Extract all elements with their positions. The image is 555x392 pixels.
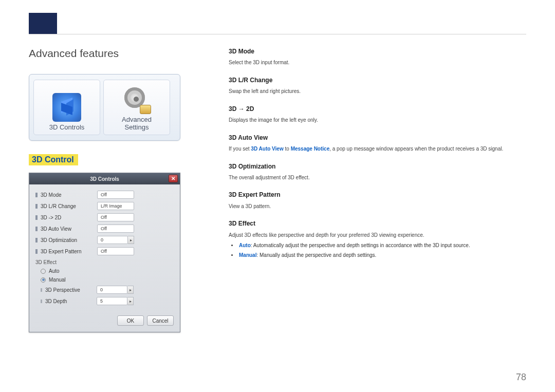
field-depth[interactable]: 5 [97, 297, 127, 305]
desc-auto-view: If you set 3D Auto View to Message Notic… [229, 145, 526, 153]
bullet-icon [35, 238, 38, 242]
heading-3d-effect: 3D Effect [229, 219, 526, 228]
tile-3d-controls[interactable]: 3D Controls [33, 80, 100, 135]
field-lr-change[interactable]: L/R Image [97, 202, 134, 210]
heading-expert-pattern: 3D Expert Pattern [229, 191, 526, 199]
subheading-3d-effect: 3D Effect [35, 259, 174, 265]
radio-auto[interactable]: Auto [41, 268, 174, 274]
tile-advanced-settings[interactable]: Advanced Settings [103, 80, 170, 135]
bullet-icon [35, 249, 38, 254]
dialog-title: 3D Controls [90, 176, 119, 182]
bullet-icon [35, 215, 38, 220]
row-label-optimization: 3D Optimization [41, 237, 97, 243]
list-item-manual: Manual: Manually adjust the perspective … [238, 252, 526, 259]
field-perspective[interactable]: 0 [97, 286, 127, 294]
heading-auto-view: 3D Auto View [229, 134, 526, 142]
desc-expert-pattern: View a 3D pattern. [229, 203, 526, 211]
close-icon: ✕ [171, 176, 175, 181]
field-optimization[interactable]: 0 [97, 236, 128, 244]
tiles-panel: 3D Controls Advanced Settings [29, 74, 180, 141]
bullet-icon [35, 227, 38, 231]
bullet-icon [41, 288, 42, 292]
row-label-expert-pattern: 3D Expert Pattern [41, 249, 97, 254]
ok-button[interactable]: OK [117, 315, 144, 326]
header-accent [29, 13, 57, 34]
desc-lr-change: Swap the left and right pictures. [229, 88, 526, 96]
row-label-perspective: 3D Perspective [45, 287, 97, 293]
list-item-auto: Auto: Automatically adjust the perspecti… [238, 242, 526, 250]
gear-icon [122, 85, 151, 114]
row-label-auto-view: 3D Auto View [41, 226, 97, 232]
bullet-icon [35, 204, 38, 209]
heading-3d-to-2d: 3D → 2D [229, 105, 526, 114]
desc-optimization: The overall adjustment of 3D effect. [229, 174, 526, 182]
stepper-icon[interactable]: ▸ [127, 297, 134, 305]
radio-manual-label: Manual [49, 277, 66, 283]
radio-icon [41, 269, 46, 274]
row-label-depth: 3D Depth [45, 298, 97, 304]
bullet-icon [41, 300, 42, 303]
field-3d-mode[interactable]: Off [97, 191, 134, 199]
heading-optimization: 3D Optimization [229, 162, 526, 171]
stepper-icon[interactable]: ▸ [128, 236, 134, 244]
cube-icon [52, 93, 81, 122]
row-label-3d-mode: 3D Mode [41, 192, 97, 198]
heading-lr-change: 3D L/R Change [229, 76, 526, 85]
tile-advanced-settings-label: Advanced Settings [122, 116, 152, 132]
heading-3d-mode: 3D Mode [229, 47, 526, 56]
desc-3d-effect: Adjust 3D effects like perspective and d… [229, 232, 526, 239]
row-label-3d-to-2d: 3D -> 2D [41, 215, 97, 220]
radio-manual[interactable]: Manual [41, 277, 174, 283]
desc-3d-mode: Select the 3D input format. [229, 59, 526, 67]
dialog-titlebar: 3D Controls ✕ [29, 173, 180, 184]
header-rule [29, 34, 526, 34]
field-3d-to-2d[interactable]: Off [97, 213, 134, 221]
stepper-icon[interactable]: ▸ [127, 286, 134, 294]
page-title: Advanced features [29, 47, 180, 60]
section-title: 3D Control [29, 154, 78, 165]
close-button[interactable]: ✕ [169, 175, 178, 182]
field-expert-pattern[interactable]: Off [97, 247, 134, 255]
dialog-3d-controls: 3D Controls ✕ 3D Mode Off 3D L/R Change … [29, 173, 180, 332]
tile-3d-controls-label: 3D Controls [49, 124, 85, 132]
radio-icon [41, 277, 46, 283]
field-auto-view[interactable]: Off [97, 225, 134, 233]
cancel-button[interactable]: Cancel [147, 315, 174, 326]
row-label-lr-change: 3D L/R Change [41, 203, 97, 209]
desc-3d-to-2d: Displays the image for the left eye only… [229, 117, 526, 124]
radio-auto-label: Auto [49, 268, 60, 274]
page-number: 78 [516, 372, 526, 383]
bullet-icon [35, 193, 38, 197]
